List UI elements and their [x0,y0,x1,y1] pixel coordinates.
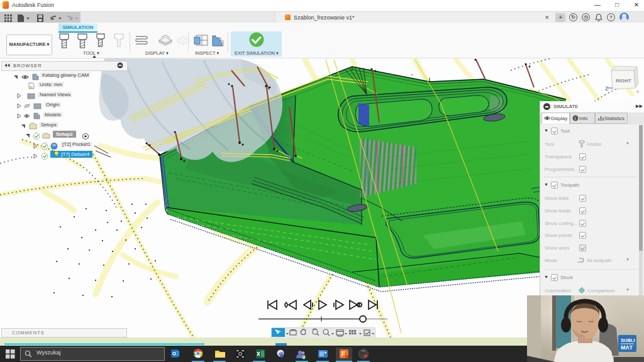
svg-text:x: x [636,89,640,94]
svg-text:RIGHT: RIGHT [616,78,631,84]
svg-text:MΛT: MΛT [621,344,633,351]
svg-text:SUBLI: SUBLI [621,337,635,343]
